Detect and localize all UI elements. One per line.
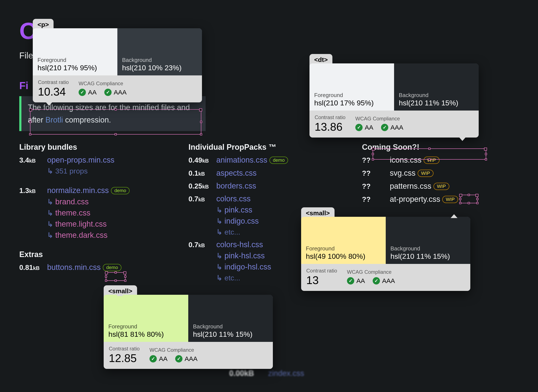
- foreground-swatch: Foreground hsl(210 17% 95%): [310, 63, 394, 111]
- file-link[interactable]: animations.css: [216, 155, 267, 164]
- wip-badge: WIP: [442, 196, 458, 203]
- background-swatch: Background hsl(210 11% 15%): [188, 295, 273, 342]
- blurred-file-row: 0.00kB zindex.css: [229, 369, 304, 378]
- sub-file-link[interactable]: brand.css: [55, 197, 89, 206]
- contrast-ratio-label: Contrast ratio: [38, 79, 69, 85]
- indent-arrow-icon: ↳: [216, 274, 224, 282]
- wip-badge: WIP: [424, 157, 440, 164]
- contrast-card-small-green: <small> Foreground hsl(81 81% 80%) Backg…: [104, 295, 273, 369]
- indent-arrow-icon: ↳: [216, 206, 224, 214]
- file-link[interactable]: aspects.css: [216, 168, 257, 177]
- check-icon: ✓: [373, 277, 380, 285]
- contrast-card-dt: <dt> Foreground hsl(210 17% 95%) Backgro…: [310, 63, 479, 138]
- proppacks-heading: Individual PropPacks ™: [189, 143, 347, 152]
- indent-arrow-icon: ↳: [47, 209, 55, 217]
- foreground-swatch: Foreground hsl(210 17% 95%): [33, 28, 117, 75]
- coming-soon-heading: Coming Soon?!: [362, 143, 491, 152]
- library-item: 1.3kB normalize.min.css demo: [19, 186, 173, 195]
- indent-arrow-icon: ↳: [47, 167, 55, 175]
- foreground-swatch: Foreground hsl(81 81% 80%): [104, 295, 188, 342]
- indent-arrow-icon: ↳: [216, 228, 224, 236]
- wip-badge: WIP: [433, 183, 449, 190]
- tooltip-arrow-icon: [451, 214, 458, 218]
- sub-text: etc...: [224, 228, 240, 236]
- contrast-ratio-value: 10.34: [38, 86, 69, 97]
- tooltip-arrow-icon: [46, 102, 52, 106]
- library-item: 3.4kB open-props.min.css: [19, 155, 173, 164]
- indent-arrow-icon: ↳: [216, 217, 224, 225]
- indent-arrow-icon: ↳: [216, 263, 224, 271]
- check-icon: ✓: [79, 89, 86, 96]
- wip-badge: WIP: [418, 170, 433, 177]
- indent-arrow-icon: ↳: [216, 252, 224, 260]
- check-icon: ✓: [381, 124, 388, 131]
- check-icon: ✓: [149, 355, 157, 362]
- sub-file-link[interactable]: theme.light.css: [55, 219, 107, 229]
- file-link[interactable]: open-props.min.css: [47, 155, 114, 164]
- check-icon: ✓: [355, 124, 363, 131]
- contrast-card-p: <p> Foreground hsl(210 17% 95%) Backgrou…: [33, 28, 202, 103]
- foreground-swatch: Foreground hsl(49 100% 80%): [301, 217, 386, 264]
- sub-file-link[interactable]: indigo.css: [224, 217, 259, 226]
- wcag-aa-badge: ✓AA: [79, 89, 97, 96]
- contrast-ratio-value: 12.85: [109, 353, 140, 364]
- tooltip-arrow-icon: [116, 292, 123, 296]
- check-icon: ✓: [347, 277, 354, 285]
- file-link[interactable]: colors.css: [216, 194, 250, 203]
- extras-item: 0.81kB buttons.min.css demo: [19, 263, 173, 272]
- library-bundles-heading: Library bundles: [19, 143, 173, 152]
- brotli-link[interactable]: Brotli: [45, 116, 63, 124]
- indent-arrow-icon: ↳: [47, 197, 55, 206]
- extras-heading: Extras: [19, 250, 173, 259]
- file-link[interactable]: borders.css: [216, 182, 256, 191]
- sub-file-link[interactable]: theme.dark.css: [55, 231, 107, 240]
- tooltip-arrow-icon: [459, 137, 466, 141]
- file-link[interactable]: at-property.css: [390, 195, 440, 204]
- sub-file-link[interactable]: pink-hsl.css: [224, 251, 265, 260]
- contrast-ratio-value: 13.86: [315, 121, 345, 132]
- demo-badge[interactable]: demo: [111, 187, 130, 194]
- file-link[interactable]: colors-hsl.css: [216, 240, 263, 249]
- size-label: 0.81kB: [19, 263, 47, 272]
- sub-text: 351 props: [55, 167, 88, 175]
- sub-file-link[interactable]: pink.css: [224, 205, 252, 215]
- check-icon: ✓: [104, 89, 111, 96]
- note-text-post: compression.: [65, 116, 111, 124]
- background-swatch: Background hsl(210 11% 15%): [394, 63, 479, 111]
- file-link[interactable]: svg.css: [390, 168, 416, 177]
- wcag-label: WCAG Compliance: [79, 80, 127, 87]
- size-label: 3.4kB: [19, 156, 47, 164]
- indent-arrow-icon: ↳: [47, 231, 55, 239]
- file-link[interactable]: buttons.min.css: [47, 263, 101, 272]
- check-icon: ✓: [175, 355, 182, 362]
- sub-text: etc...: [224, 274, 240, 282]
- contrast-ratio-value: 13: [306, 275, 337, 286]
- sub-file-link[interactable]: theme.css: [55, 208, 90, 217]
- demo-badge[interactable]: demo: [269, 157, 288, 164]
- wcag-aaa-badge: ✓AAA: [104, 89, 127, 96]
- file-link[interactable]: patterns.css: [390, 182, 431, 191]
- background-swatch: Background hsl(210 11% 15%): [386, 217, 470, 264]
- file-link[interactable]: normalize.min.css: [47, 186, 109, 195]
- contrast-card-small-yellow: <small> Foreground hsl(49 100% 80%) Back…: [301, 217, 470, 291]
- indent-arrow-icon: ↳: [47, 220, 55, 228]
- background-swatch: Background hsl(210 10% 23%): [117, 28, 202, 75]
- demo-badge[interactable]: demo: [103, 264, 121, 271]
- file-link[interactable]: icons.css: [390, 155, 422, 164]
- sub-file-link[interactable]: indigo-hsl.css: [224, 262, 271, 271]
- size-label: 1.3kB: [19, 187, 47, 195]
